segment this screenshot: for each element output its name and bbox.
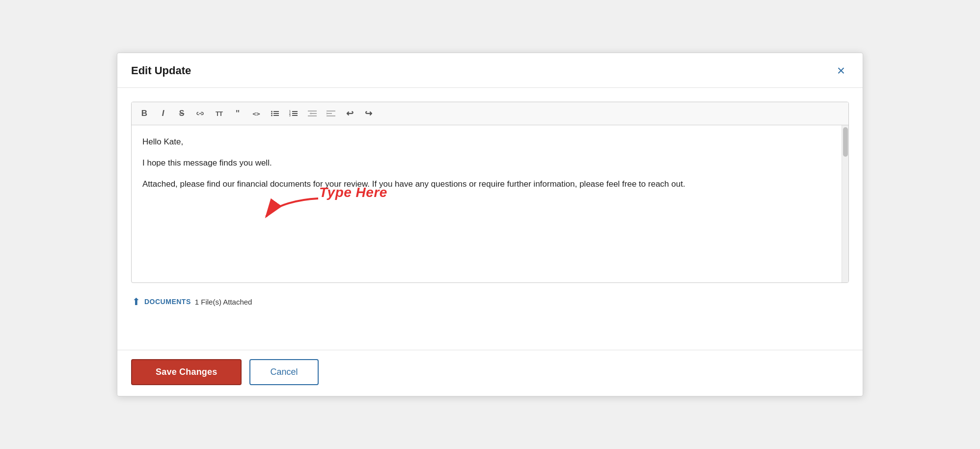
editor-line-2: I hope this message finds you well. Type… xyxy=(142,156,831,170)
ordered-list-button[interactable]: 1 2 3 xyxy=(285,105,302,122)
code-button[interactable]: <> xyxy=(247,105,265,122)
svg-rect-13 xyxy=(311,113,317,114)
svg-text:3: 3 xyxy=(289,114,291,117)
editor-line-1: Hello Kate, xyxy=(142,135,831,149)
editor-text-area[interactable]: Hello Kate, I hope this message finds yo… xyxy=(132,125,842,282)
modal-header: Edit Update × xyxy=(117,53,863,88)
cancel-button[interactable]: Cancel xyxy=(249,359,318,385)
strikethrough-button[interactable]: S xyxy=(173,105,191,122)
svg-rect-16 xyxy=(327,113,332,114)
svg-rect-15 xyxy=(327,111,335,112)
svg-rect-9 xyxy=(292,113,298,114)
indent-button[interactable] xyxy=(322,105,340,122)
text-size-button[interactable]: TT xyxy=(210,105,228,122)
svg-rect-14 xyxy=(308,115,317,116)
edit-update-modal: Edit Update × B I S TT " <> xyxy=(117,53,863,396)
editor-wrapper: B I S TT " <> xyxy=(131,102,849,283)
editor-content[interactable]: Hello Kate, I hope this message finds yo… xyxy=(132,125,842,282)
modal-title: Edit Update xyxy=(131,64,191,77)
svg-point-0 xyxy=(271,111,272,112)
modal-body: B I S TT " <> xyxy=(117,88,863,350)
editor-line-3: Attached, please find our financial docu… xyxy=(142,177,831,192)
arrow-icon xyxy=(260,195,324,222)
undo-button[interactable]: ↩ xyxy=(341,105,358,122)
close-button[interactable]: × xyxy=(833,62,849,80)
svg-rect-7 xyxy=(292,111,298,112)
scroll-thumb xyxy=(843,127,848,157)
svg-rect-11 xyxy=(292,115,298,116)
outdent-button[interactable] xyxy=(303,105,321,122)
upload-icon: ⬆ xyxy=(132,296,140,308)
scrollbar[interactable] xyxy=(842,125,848,282)
bold-button[interactable]: B xyxy=(136,105,153,122)
italic-button[interactable]: I xyxy=(154,105,172,122)
editor-inner: Hello Kate, I hope this message finds yo… xyxy=(132,125,848,282)
svg-rect-1 xyxy=(273,111,279,112)
documents-label[interactable]: DOCUMENTS xyxy=(144,298,191,306)
redo-button[interactable]: ↪ xyxy=(359,105,377,122)
svg-rect-5 xyxy=(273,115,279,116)
svg-point-2 xyxy=(271,113,272,114)
svg-rect-17 xyxy=(327,115,335,116)
svg-rect-12 xyxy=(308,111,317,112)
files-attached-count: 1 File(s) Attached xyxy=(195,298,252,306)
svg-rect-3 xyxy=(273,113,279,114)
save-changes-button[interactable]: Save Changes xyxy=(131,359,242,385)
link-button[interactable] xyxy=(191,105,209,122)
attachment-row: ⬆ DOCUMENTS 1 File(s) Attached xyxy=(131,293,849,308)
blockquote-button[interactable]: " xyxy=(229,105,246,122)
svg-point-4 xyxy=(271,115,272,116)
bullet-list-button[interactable] xyxy=(266,105,284,122)
modal-footer: Save Changes Cancel xyxy=(117,350,863,396)
editor-toolbar: B I S TT " <> xyxy=(132,102,848,125)
